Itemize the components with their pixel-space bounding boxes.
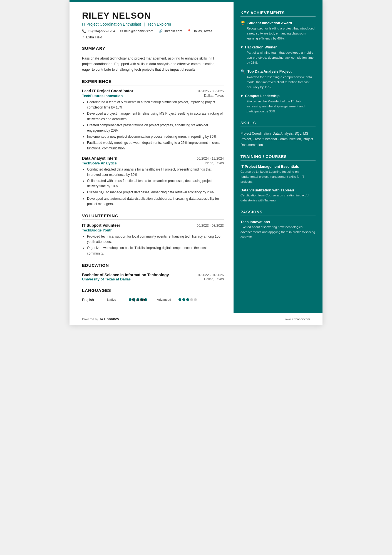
heart-icon-2: ♥ [240,93,243,98]
list-item: Collaborated with cross-functional teams… [87,178,224,189]
volunteer-1-company-row: TechBridge Youth [82,228,224,232]
achievement-1-desc: Recognized for leading a project that in… [240,26,316,41]
footer: Powered by ∞ Enhancv www.enhancv.com [70,313,322,325]
job-1-dates: 01/2025 - 06/2025 [197,89,224,93]
magnify-icon: 🔍 [240,69,245,74]
languages-grid: English Native Spanish Advanced [82,298,224,302]
brand-name: Enhancv [104,317,119,321]
achievement-2-title: Hackathon Winner [245,45,277,49]
volunteer-1-header: IT Support Volunteer 05/2023 - 08/2023 [82,223,224,228]
list-item: Organized workshops on basic IT skills, … [87,245,224,256]
list-item: Created comprehensive presentations on p… [87,123,224,133]
job-1-company-row: TechFutures Innovation Dallas, Texas [82,94,224,98]
resume-body: RILEY NELSON IT Project Coordination Ent… [70,2,322,313]
powered-by-label: Powered by [82,317,98,321]
lang-english-name: English [82,298,107,302]
star-icon: ☆ [82,35,85,39]
website-value: linkedin.com [164,29,182,33]
top-bar-accent [70,0,322,2]
job-2: Data Analyst Intern 06/2024 - 12/2024 Te… [82,156,224,207]
achievement-1: 🏆 Student Innovation Award Recognized fo… [240,21,316,41]
list-item: Developed and automated data visualizati… [87,196,224,207]
language-spanish: Spanish Advanced [132,298,180,302]
summary-section: SUMMARY Passionate about technology and … [82,46,224,72]
footer-left: Powered by ∞ Enhancv [82,317,119,322]
volunteer-1-dates: 05/2023 - 08/2023 [197,224,224,228]
volunteer-1-bullets: Provided technical support for local com… [82,234,224,256]
trophy-icon: 🏆 [240,21,245,25]
training-2-desc: Certification from Coursera on creating … [240,193,316,203]
job-1-company: TechFutures Innovation [82,94,123,98]
job-1-location: Dallas, Texas [204,94,224,98]
volunteering-title: VOLUNTEERING [82,213,224,220]
edu-1-location: Dallas, Texas [204,277,224,281]
list-item: Implemented a new project documentation … [87,134,224,139]
edu-1-school: University of Texas at Dallas [82,277,131,281]
list-item: Utilized SQL to manage project databases… [87,190,224,195]
achievements-title: KEY ACHIEVEMENTS [240,11,316,17]
phone-value: +1-(234)-555-1234 [87,29,115,33]
link-icon: 🔗 [158,29,163,33]
heart-icon: ♥ [240,45,243,49]
achievement-3-title: Top Data Analysis Project [247,69,292,73]
achievement-4-desc: Elected as the President of the IT club,… [240,99,316,114]
achievement-1-title: Student Innovation Award [247,21,292,25]
training-section: TRAINING / COURSES IT Project Management… [240,154,316,203]
subtitle-divider: | [144,22,146,26]
resume-wrapper: RILEY NELSON IT Project Coordination Ent… [70,0,322,325]
job-1: Lead IT Project Coordinator 01/2025 - 06… [82,89,224,151]
education-section: EDUCATION Bachelor of Science in Informa… [82,263,224,281]
enhancv-logo: ∞ Enhancv [100,317,119,322]
education-title: EDUCATION [82,263,224,269]
dot [178,298,181,301]
job-1-title: Lead IT Project Coordinator [82,89,133,93]
job-1-header: Lead IT Project Coordinator 01/2025 - 06… [82,89,224,93]
job-2-company: TechSolve Analytics [82,161,117,165]
logo-icon: ∞ [100,317,103,322]
dot [182,298,185,301]
edu-1-dates: 01/2022 - 01/2026 [197,273,224,277]
footer-website: www.enhancv.com [285,317,310,321]
languages-section: LANGUAGES English Native [82,288,224,302]
list-item: Developed a project management timeline … [87,111,224,122]
left-column: RILEY NELSON IT Project Coordination Ent… [70,2,234,313]
candidate-subtitle: IT Project Coordination Enthusiast | Tec… [82,22,224,26]
location-icon: 📍 [187,29,191,33]
dot-empty [194,298,197,301]
experience-title: EXPERIENCE [82,79,224,85]
achievement-2-desc: Part of a winning team that developed a … [240,50,316,65]
achievement-4: ♥ Campus Leadership Elected as the Presi… [240,93,316,114]
job-2-header: Data Analyst Intern 06/2024 - 12/2024 [82,156,224,161]
language-english: English Native [82,298,123,302]
training-2: Data Visualization with Tableau Certific… [240,188,316,203]
job-2-dates: 06/2024 - 12/2024 [197,157,224,161]
right-column: KEY ACHIEVEMENTS 🏆 Student Innovation Aw… [234,2,322,313]
contact-website: 🔗 linkedin.com [158,29,182,33]
volunteer-1: IT Support Volunteer 05/2023 - 08/2023 T… [82,223,224,256]
email-value: help@enhancv.com [124,29,153,33]
volunteer-1-company: TechBridge Youth [82,228,113,232]
list-item: Conducted detailed data analysis for a h… [87,167,224,177]
volunteer-1-title: IT Support Volunteer [82,223,120,228]
extra-value: Extra Field [86,35,102,39]
summary-text: Passionate about technology and project … [82,56,224,72]
list-item: Provided technical support for local com… [87,234,224,245]
list-item: Facilitated weekly meetings between depa… [87,140,224,151]
achievement-3-header: 🔍 Top Data Analysis Project [240,69,316,74]
passions-section: PASSIONS Tech Innovations Excited about … [240,210,316,240]
edu-1-school-row: University of Texas at Dallas Dallas, Te… [82,277,224,281]
achievement-1-header: 🏆 Student Innovation Award [240,21,316,25]
list-item: Coordinated a team of 5 students in a te… [87,100,224,110]
volunteering-section: VOLUNTEERING IT Support Volunteer 05/202… [82,213,224,256]
lang-spanish-name: Spanish [132,298,157,302]
job-2-title: Data Analyst Intern [82,156,117,161]
contact-email: ✉ help@enhancv.com [120,29,153,33]
achievement-3-desc: Awarded for presenting a comprehensive d… [240,75,316,90]
header: RILEY NELSON IT Project Coordination Ent… [82,11,224,39]
job-1-bullets: Coordinated a team of 5 students in a te… [82,100,224,151]
achievement-4-title: Campus Leadership [245,94,279,98]
passion-1: Tech Innovations Excited about discoveri… [240,220,316,240]
training-title: TRAINING / COURSES [240,154,316,161]
achievements-section: KEY ACHIEVEMENTS 🏆 Student Innovation Aw… [240,11,316,114]
edu-1-degree: Bachelor of Science in Information Techn… [82,273,169,277]
